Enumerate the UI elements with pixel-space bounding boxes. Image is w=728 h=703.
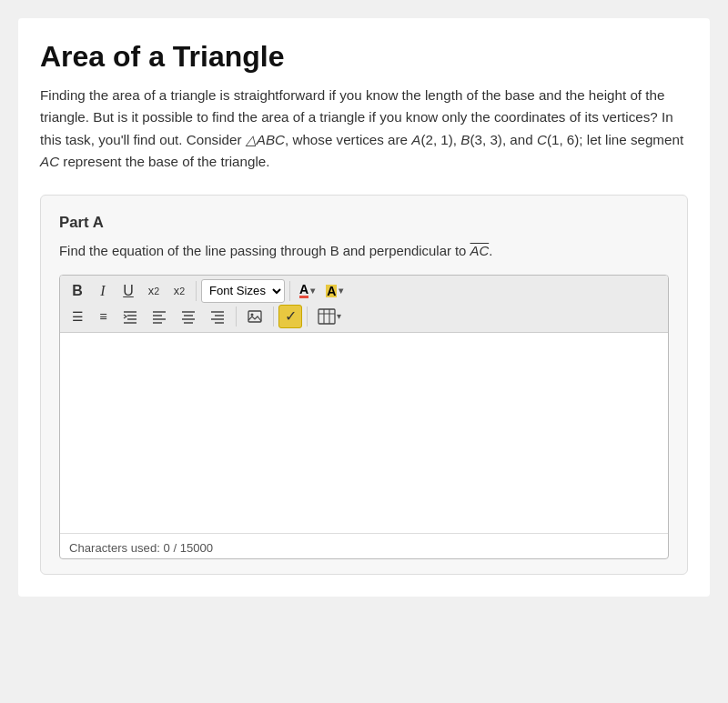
image-icon [247,308,263,325]
unordered-list-icon: ☰ [72,309,83,324]
toolbar-row-1: B I U x2 x2 Font Sizes 8pt 10pt 12pt 14p… [66,279,662,303]
image-button[interactable] [241,305,268,328]
highlight-color-button[interactable]: A ▾ [321,279,348,303]
italic-button[interactable]: I [91,279,115,303]
toolbar: B I U x2 x2 Font Sizes 8pt 10pt 12pt 14p… [60,276,668,333]
underline-button[interactable]: U [116,279,140,303]
toolbar-row-2: ☰ ≡ [66,305,662,328]
toolbar-separator-4 [273,306,274,326]
part-question: Find the equation of the line passing th… [59,241,669,261]
editor-container: B I U x2 x2 Font Sizes 8pt 10pt 12pt 14p… [59,275,669,559]
svg-rect-18 [318,309,335,324]
align-right-button[interactable] [204,305,231,328]
part-label: Part A [59,214,669,232]
formula-button[interactable]: ✓ [278,305,302,328]
align-left-button[interactable] [146,305,173,328]
unordered-list-button[interactable]: ☰ [66,305,89,328]
align-left-icon [151,308,167,325]
formula-icon: ✓ [285,307,297,325]
table-icon [318,308,336,325]
ac-label: AC [470,244,490,258]
svg-rect-16 [248,311,261,322]
text-editor[interactable] [60,333,668,533]
toolbar-separator-2 [289,281,290,301]
ordered-list-button[interactable]: ≡ [91,305,115,328]
bold-button[interactable]: B [66,279,89,303]
page-title: Area of a Triangle [40,40,688,74]
subscript-button[interactable]: x2 [167,279,191,303]
font-color-icon: A [299,283,308,298]
align-center-button[interactable] [175,305,202,328]
font-color-arrow: ▾ [310,286,315,296]
align-right-icon [209,308,226,325]
font-color-button[interactable]: A ▾ [295,279,319,303]
page-container: Area of a Triangle Finding the area of a… [18,18,710,597]
table-dropdown-arrow: ▾ [337,311,341,321]
indent-icon [122,308,138,325]
toolbar-separator-1 [196,281,197,301]
toolbar-separator-3 [236,306,237,326]
char-count: Characters used: 0 / 15000 [60,533,668,558]
highlight-icon: A [326,285,337,297]
svg-point-17 [251,313,254,316]
align-center-icon [180,308,197,325]
ordered-list-icon: ≡ [99,309,106,324]
indent-button[interactable] [116,305,144,328]
toolbar-separator-5 [307,306,308,326]
highlight-arrow: ▾ [339,286,343,296]
table-button[interactable]: ▾ [312,305,347,328]
part-container: Part A Find the equation of the line pas… [40,195,688,574]
font-size-select[interactable]: Font Sizes 8pt 10pt 12pt 14pt 16pt 18pt … [201,279,285,303]
intro-text: Finding the area of a triangle is straig… [40,85,688,173]
superscript-button[interactable]: x2 [142,279,166,303]
